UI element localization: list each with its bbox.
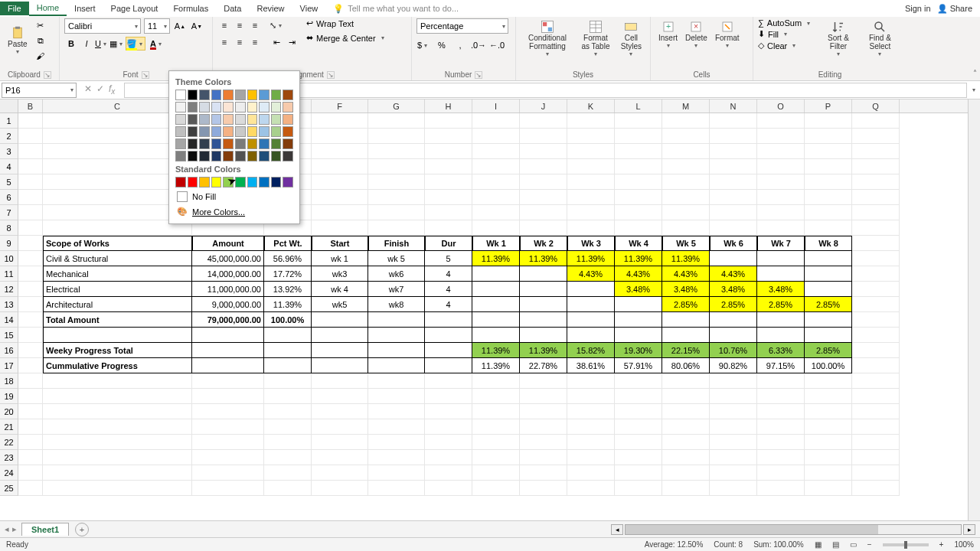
cell[interactable]: [615, 450, 662, 465]
cell[interactable]: [472, 282, 520, 297]
cell[interactable]: [264, 328, 312, 343]
cell[interactable]: [662, 419, 710, 435]
cell[interactable]: [472, 129, 520, 144]
cell[interactable]: [615, 419, 662, 435]
cell[interactable]: 9,000,000.00: [192, 297, 264, 312]
cell[interactable]: [43, 450, 192, 465]
hscroll-thumb[interactable]: [626, 525, 878, 534]
cell[interactable]: [662, 435, 710, 450]
cell[interactable]: [852, 190, 900, 205]
cell[interactable]: Wk 7: [757, 236, 805, 251]
cell[interactable]: [805, 144, 852, 159]
cell[interactable]: [805, 481, 852, 496]
cell[interactable]: [567, 220, 615, 236]
cell[interactable]: [312, 159, 368, 174]
cell[interactable]: [18, 129, 43, 144]
cell[interactable]: [757, 113, 805, 129]
bold-button[interactable]: B: [64, 37, 78, 51]
tab-nav-prev[interactable]: ◂: [5, 524, 9, 534]
cell[interactable]: [425, 174, 472, 190]
column-header-M[interactable]: M: [662, 99, 710, 112]
cell[interactable]: [425, 373, 472, 389]
cell[interactable]: Wk 2: [520, 236, 567, 251]
tab-file[interactable]: File: [0, 2, 29, 15]
cell[interactable]: [710, 144, 757, 159]
cell[interactable]: Mechanical: [43, 266, 192, 282]
cell[interactable]: [472, 404, 520, 419]
cell[interactable]: [662, 481, 710, 496]
cell[interactable]: [425, 404, 472, 419]
cell[interactable]: wk 5: [368, 251, 425, 266]
cell[interactable]: [567, 190, 615, 205]
cell[interactable]: [472, 465, 520, 481]
cell[interactable]: [312, 450, 368, 465]
cell[interactable]: 4.43%: [615, 266, 662, 282]
cell[interactable]: 4.43%: [567, 266, 615, 282]
color-swatch[interactable]: [247, 177, 258, 187]
sort-filter-button[interactable]: Sort & Filter▾: [818, 18, 858, 59]
cell[interactable]: wk8: [368, 297, 425, 312]
cell[interactable]: [368, 159, 425, 174]
cell[interactable]: [805, 266, 852, 282]
cell[interactable]: [18, 389, 43, 404]
increase-font-button[interactable]: A▲: [173, 19, 187, 33]
cell[interactable]: [18, 266, 43, 282]
cell[interactable]: [425, 113, 472, 129]
cell[interactable]: [567, 389, 615, 404]
cell[interactable]: [368, 481, 425, 496]
cell[interactable]: [710, 159, 757, 174]
row-header-2[interactable]: 2: [0, 129, 18, 144]
view-break-button[interactable]: ▭: [850, 540, 857, 549]
cell[interactable]: [615, 404, 662, 419]
cell[interactable]: [852, 266, 900, 282]
cell[interactable]: 14,000,000.00: [192, 266, 264, 282]
cell[interactable]: [567, 481, 615, 496]
decrease-indent-button[interactable]: ⇤: [270, 35, 283, 49]
cell[interactable]: [615, 435, 662, 450]
cell[interactable]: Architectural: [43, 297, 192, 312]
more-colors-item[interactable]: 🎨More Colors...: [175, 204, 293, 219]
cell[interactable]: [18, 435, 43, 450]
cell[interactable]: [852, 251, 900, 266]
cell[interactable]: [43, 328, 192, 343]
column-header-O[interactable]: O: [757, 99, 805, 112]
cell[interactable]: [425, 312, 472, 328]
cell[interactable]: [710, 190, 757, 205]
row-header-18[interactable]: 18: [0, 373, 18, 389]
color-swatch[interactable]: [259, 102, 270, 112]
cell[interactable]: [312, 174, 368, 190]
color-swatch[interactable]: [223, 139, 234, 149]
cell[interactable]: 11.39%: [520, 343, 567, 358]
cell[interactable]: 5: [425, 251, 472, 266]
cell[interactable]: [368, 419, 425, 435]
cell[interactable]: [615, 129, 662, 144]
color-swatch[interactable]: [271, 151, 282, 161]
cell[interactable]: [852, 450, 900, 465]
row-header-4[interactable]: 4: [0, 159, 18, 174]
cell[interactable]: [520, 113, 567, 129]
tell-me[interactable]: 💡Tell me what you want to do...: [325, 4, 905, 14]
cell[interactable]: [852, 144, 900, 159]
cell[interactable]: 11.39%: [472, 358, 520, 373]
cell[interactable]: [662, 404, 710, 419]
row-header-19[interactable]: 19: [0, 389, 18, 404]
cell[interactable]: 4: [425, 282, 472, 297]
cell[interactable]: 15.82%: [567, 343, 615, 358]
color-swatch[interactable]: [235, 102, 246, 112]
cell[interactable]: [520, 404, 567, 419]
cell[interactable]: 4: [425, 297, 472, 312]
cell[interactable]: [192, 419, 264, 435]
zoom-slider[interactable]: [883, 543, 929, 546]
cell[interactable]: 4.43%: [662, 266, 710, 282]
cell[interactable]: [852, 282, 900, 297]
cell[interactable]: wk 4: [312, 282, 368, 297]
color-swatch[interactable]: [259, 114, 270, 125]
cell[interactable]: [662, 113, 710, 129]
color-swatch[interactable]: [199, 90, 210, 100]
tab-insert[interactable]: Insert: [67, 2, 103, 15]
cell[interactable]: [710, 312, 757, 328]
cell[interactable]: [520, 266, 567, 282]
cell[interactable]: [18, 343, 43, 358]
cell[interactable]: [662, 220, 710, 236]
cell[interactable]: [852, 312, 900, 328]
